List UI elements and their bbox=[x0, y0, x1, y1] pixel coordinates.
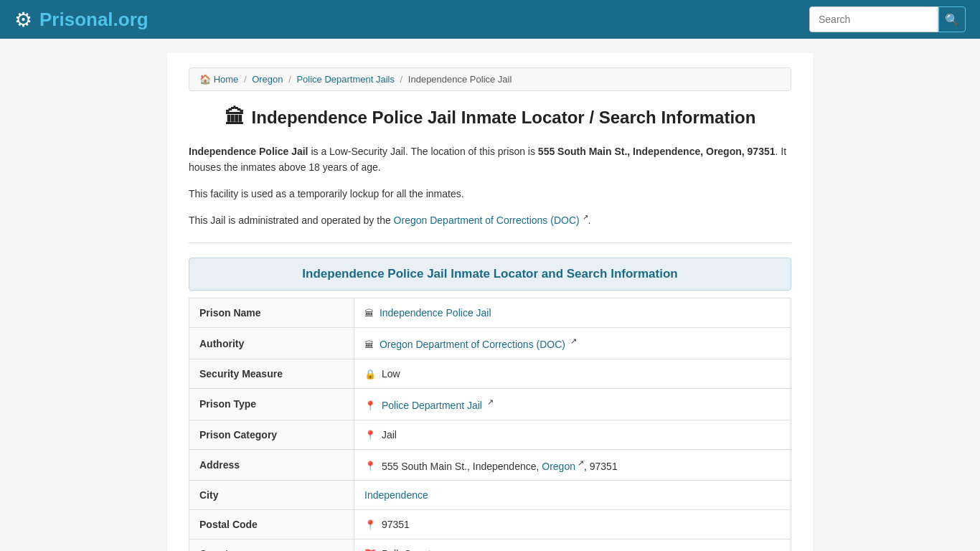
label-city: City bbox=[189, 481, 354, 510]
breadcrumb-home[interactable]: Home bbox=[214, 74, 239, 85]
ext-link-icon-inline: ↗ bbox=[583, 213, 588, 221]
search-icon: 🔍 bbox=[945, 13, 959, 27]
breadcrumb-oregon[interactable]: Oregon bbox=[252, 74, 283, 85]
label-prison-name: Prison Name bbox=[189, 298, 354, 328]
breadcrumb-current: Independence Police Jail bbox=[408, 74, 512, 85]
description-line3-start: This Jail is administrated and operated … bbox=[189, 215, 394, 226]
breadcrumb: 🏠 Home / Oregon / Police Department Jail… bbox=[189, 67, 791, 91]
jail-address-bold: 555 South Main St., Independence, Oregon… bbox=[538, 146, 776, 157]
info-table: Prison Name 🏛 Independence Police Jail A… bbox=[189, 298, 791, 551]
prison-name-icon: 🏛 bbox=[364, 308, 374, 319]
description-line2: This facility is used as a temporarily l… bbox=[189, 186, 791, 202]
value-security: 🔒 Low bbox=[354, 359, 791, 388]
description-line1: Independence Police Jail is a Low-Securi… bbox=[189, 143, 791, 176]
value-postal-code: 📍 97351 bbox=[354, 510, 791, 540]
page-title-text: Independence Police Jail Inmate Locator … bbox=[252, 108, 756, 128]
label-authority: Authority bbox=[189, 328, 354, 359]
value-prison-type: 📍 Police Department Jail ↗ bbox=[354, 388, 791, 420]
address-icon: 📍 bbox=[364, 461, 376, 471]
section-header: Independence Police Jail Inmate Locator … bbox=[189, 258, 791, 291]
prison-type-ext-icon: ↗ bbox=[487, 397, 494, 406]
breadcrumb-separator-2: / bbox=[288, 74, 293, 85]
label-county: County bbox=[189, 540, 354, 551]
table-row-address: Address 📍 555 South Main St., Independen… bbox=[189, 449, 791, 481]
authority-link[interactable]: Oregon Department of Corrections (DOC) bbox=[380, 339, 565, 350]
table-row-prison-name: Prison Name 🏛 Independence Police Jail bbox=[189, 298, 791, 328]
page-title: 🏛 Independence Police Jail Inmate Locato… bbox=[189, 105, 791, 129]
logo-text: Prisonal.org bbox=[39, 9, 149, 31]
doc-link-inline[interactable]: Oregon Department of Corrections (DOC) bbox=[394, 215, 580, 226]
table-row-security: Security Measure 🔒 Low bbox=[189, 359, 791, 388]
search-button[interactable]: 🔍 bbox=[938, 6, 966, 32]
label-address: Address bbox=[189, 449, 354, 481]
description-line1-rest: is a Low-Security Jail. The location of … bbox=[308, 146, 538, 157]
security-value: Low bbox=[382, 368, 400, 380]
table-row-city: City Independence bbox=[189, 481, 791, 510]
authority-icon: 🏛 bbox=[364, 339, 374, 350]
description-line3: This Jail is administrated and operated … bbox=[189, 212, 791, 228]
prison-name-link[interactable]: Independence Police Jail bbox=[380, 307, 491, 319]
logo-prefix: Prisonal bbox=[39, 9, 113, 30]
divider bbox=[189, 242, 791, 243]
authority-ext-icon: ↗ bbox=[570, 336, 577, 345]
table-row-authority: Authority 🏛 Oregon Department of Correct… bbox=[189, 328, 791, 359]
table-row-prison-category: Prison Category 📍 Jail bbox=[189, 420, 791, 449]
table-row-prison-type: Prison Type 📍 Police Department Jail ↗ bbox=[189, 388, 791, 420]
prison-category-value: Jail bbox=[382, 429, 397, 441]
main-container: 🏠 Home / Oregon / Police Department Jail… bbox=[167, 53, 813, 551]
address-state-link[interactable]: Oregon bbox=[542, 460, 575, 471]
county-value: Polk County bbox=[382, 548, 435, 551]
label-postal-code: Postal Code bbox=[189, 510, 354, 540]
label-prison-category: Prison Category bbox=[189, 420, 354, 449]
value-city: Independence bbox=[354, 481, 791, 510]
logo-icon: ⚙ bbox=[14, 8, 32, 32]
prison-type-link[interactable]: Police Department Jail bbox=[382, 400, 482, 411]
city-link[interactable]: Independence bbox=[364, 489, 428, 501]
breadcrumb-separator-1: / bbox=[244, 74, 249, 85]
breadcrumb-separator-3: / bbox=[400, 74, 405, 85]
breadcrumb-police-dept-jails[interactable]: Police Department Jails bbox=[296, 74, 395, 85]
prison-type-icon: 📍 bbox=[364, 400, 376, 411]
table-row-county: County 🚩 Polk County bbox=[189, 540, 791, 551]
value-prison-name: 🏛 Independence Police Jail bbox=[354, 298, 791, 328]
site-header: ⚙ Prisonal.org 🔍 bbox=[0, 0, 980, 39]
value-prison-category: 📍 Jail bbox=[354, 420, 791, 449]
logo-suffix: .org bbox=[113, 9, 149, 30]
value-county: 🚩 Polk County bbox=[354, 540, 791, 551]
postal-code-value: 97351 bbox=[382, 519, 410, 530]
title-icon: 🏛 bbox=[225, 105, 245, 129]
logo[interactable]: ⚙ Prisonal.org bbox=[14, 8, 149, 32]
address-state-ext: ↗ bbox=[578, 458, 584, 467]
postal-icon: 📍 bbox=[364, 519, 376, 530]
value-authority: 🏛 Oregon Department of Corrections (DOC)… bbox=[354, 328, 791, 359]
address-zip: , 97351 bbox=[584, 460, 618, 471]
table-row-postal-code: Postal Code 📍 97351 bbox=[189, 510, 791, 540]
value-address: 📍 555 South Main St., Independence, Oreg… bbox=[354, 449, 791, 481]
search-area: 🔍 bbox=[809, 6, 966, 32]
address-street: 555 South Main St., Independence, bbox=[382, 460, 542, 471]
home-icon: 🏠 bbox=[199, 74, 211, 85]
prison-category-icon: 📍 bbox=[364, 430, 376, 441]
jail-name-bold: Independence Police Jail bbox=[189, 146, 308, 157]
label-prison-type: Prison Type bbox=[189, 388, 354, 420]
label-security: Security Measure bbox=[189, 359, 354, 388]
security-icon: 🔒 bbox=[364, 369, 376, 380]
search-input[interactable] bbox=[809, 6, 938, 32]
